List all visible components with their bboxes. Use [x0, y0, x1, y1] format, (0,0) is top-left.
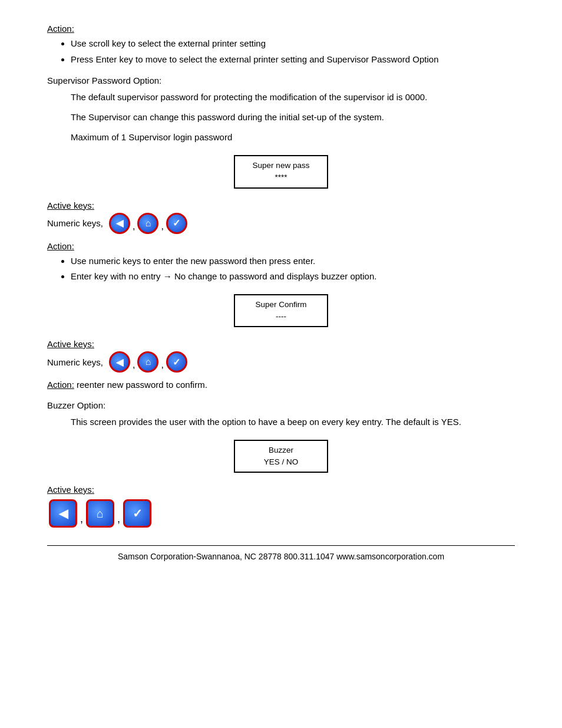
left-arrow-icon-3: ◀ — [59, 506, 68, 521]
action2-bullet-list: Use numeric keys to enter the new passwo… — [71, 255, 515, 284]
numeric-keys-label-2: Numeric keys, — [47, 357, 103, 367]
comma-1: , — [133, 221, 135, 234]
screen-box-3: Buzzer YES / NO — [234, 440, 328, 473]
home-icon-3: ⌂ — [97, 507, 104, 521]
action-label-top: Action: — [47, 24, 74, 34]
keys-row-1: Numeric keys, ◀ , ⌂ , ✓ — [47, 213, 515, 234]
action-label-2: Action: — [47, 241, 74, 251]
bullet-item-2: Press Enter key to move to select the ex… — [71, 53, 515, 67]
comma-5: , — [80, 513, 83, 528]
screen3-line1: Buzzer — [243, 444, 319, 456]
check-key-2[interactable]: ✓ — [166, 351, 187, 373]
left-arrow-icon-2: ◀ — [116, 357, 123, 368]
check-icon-2: ✓ — [173, 357, 180, 368]
left-arrow-key-1[interactable]: ◀ — [109, 213, 130, 234]
buzzer-title: Buzzer Option: — [47, 400, 515, 410]
supervisor-password-title: Supervisor Password Option: — [47, 75, 515, 85]
buzzer-desc: This screen provides the user with the o… — [71, 415, 515, 429]
check-icon-3: ✓ — [133, 506, 143, 521]
active-keys-label-2: Active keys: — [47, 339, 94, 349]
screen-box-2: Super Confirm ---- — [234, 294, 328, 328]
screen-box-2-container: Super Confirm ---- — [47, 289, 515, 334]
supervisor-password-section: Supervisor Password Option: The default … — [47, 75, 515, 195]
numeric-keys-label-1: Numeric keys, — [47, 218, 103, 228]
buzzer-section: Buzzer Option: This screen provides the … — [47, 400, 515, 479]
home-icon-2: ⌂ — [146, 357, 151, 367]
active-keys-section-2: Active keys: Numeric keys, ◀ , ⌂ , ✓ — [47, 339, 515, 373]
action-section-3: Action: reenter new password to confirm. — [47, 378, 515, 392]
home-key-2[interactable]: ⌂ — [137, 351, 158, 373]
action2-bullet-2: Enter key with no entry → No change to p… — [71, 270, 515, 284]
check-key-3[interactable]: ✓ — [123, 499, 151, 528]
screen2-line2: ---- — [243, 311, 319, 322]
bullet-item-1: Use scroll key to select the external pr… — [71, 37, 515, 51]
screen3-line2: YES / NO — [243, 456, 319, 468]
action-section-top: Action: Use scroll key to select the ext… — [47, 24, 515, 66]
screen1-line1: Super new pass — [243, 160, 319, 172]
active-keys-section-3: Active keys: ◀ , ⌂ , ✓ — [47, 485, 515, 528]
keys-row-3: ◀ , ⌂ , ✓ — [47, 499, 515, 528]
comma-6: , — [117, 513, 120, 528]
action3-text: reenter new password to confirm. — [77, 380, 207, 390]
screen1-line2: **** — [243, 172, 319, 183]
buzzer-body: This screen provides the user with the o… — [71, 415, 515, 429]
screen-box-1: Super new pass **** — [234, 155, 328, 189]
home-key-1[interactable]: ⌂ — [137, 213, 158, 234]
keys-row-2: Numeric keys, ◀ , ⌂ , ✓ — [47, 351, 515, 373]
supervisor-password-body: The default supervisor password for prot… — [71, 90, 515, 144]
check-icon-1: ✓ — [173, 218, 180, 229]
screen2-line1: Super Confirm — [243, 299, 319, 311]
active-keys-label-1: Active keys: — [47, 200, 94, 210]
action2-bullet-1: Use numeric keys to enter the new passwo… — [71, 255, 515, 268]
comma-2: , — [161, 221, 163, 234]
left-arrow-key-2[interactable]: ◀ — [109, 351, 130, 373]
supervisor-desc-1: The default supervisor password for prot… — [71, 90, 515, 104]
left-arrow-key-3[interactable]: ◀ — [49, 499, 77, 528]
supervisor-desc-2: The Supervisor can change this password … — [71, 110, 515, 124]
action-label-3: Action: — [47, 380, 74, 390]
check-key-1[interactable]: ✓ — [166, 213, 187, 234]
screen-box-3-container: Buzzer YES / NO — [47, 435, 515, 479]
supervisor-desc-3: Maximum of 1 Supervisor login password — [71, 130, 515, 144]
action-section-2: Action: Use numeric keys to enter the ne… — [47, 241, 515, 284]
home-key-3[interactable]: ⌂ — [86, 499, 114, 528]
footer-text: Samson Corporation-Swannanoa, NC 28778 8… — [118, 552, 444, 561]
footer: Samson Corporation-Swannanoa, NC 28778 8… — [47, 545, 515, 561]
comma-3: , — [133, 360, 135, 373]
active-keys-label-3: Active keys: — [47, 485, 94, 495]
screen-box-1-container: Super new pass **** — [47, 150, 515, 195]
active-keys-section-1: Active keys: Numeric keys, ◀ , ⌂ , ✓ — [47, 200, 515, 234]
comma-4: , — [161, 360, 163, 373]
home-icon-1: ⌂ — [146, 218, 151, 229]
action-bullet-list-top: Use scroll key to select the external pr… — [71, 37, 515, 66]
left-arrow-icon-1: ◀ — [116, 218, 123, 229]
